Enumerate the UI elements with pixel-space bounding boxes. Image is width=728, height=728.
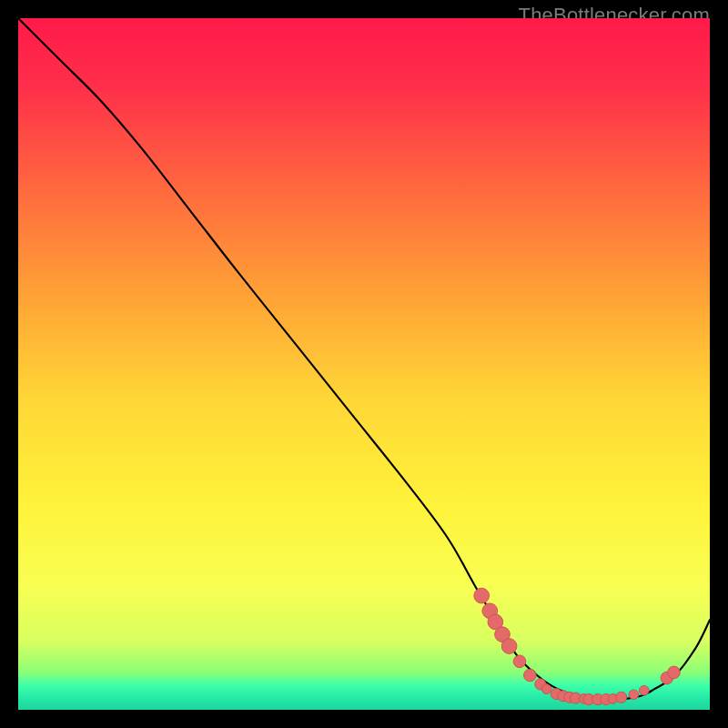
data-marker bbox=[474, 588, 490, 603]
data-marker bbox=[524, 669, 537, 682]
data-marker bbox=[513, 655, 526, 668]
gradient-plot bbox=[18, 18, 710, 710]
data-marker bbox=[616, 692, 627, 703]
data-marker bbox=[541, 684, 551, 694]
chart-stage: TheBottlenecker.com bbox=[0, 0, 728, 728]
data-marker bbox=[639, 685, 649, 695]
data-marker bbox=[629, 690, 639, 700]
data-marker bbox=[668, 666, 681, 679]
data-marker bbox=[501, 639, 517, 654]
gradient-background bbox=[18, 18, 710, 710]
